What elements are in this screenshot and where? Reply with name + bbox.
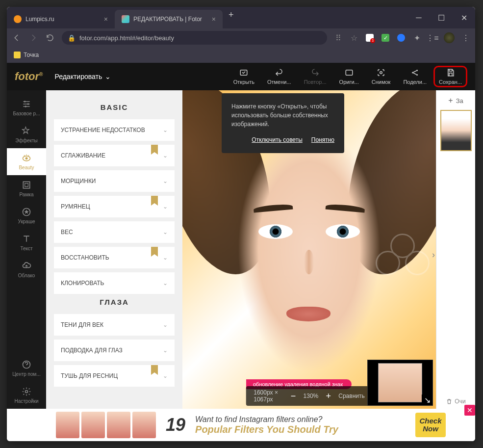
image-thumbnail[interactable]: [440, 110, 472, 151]
fotor-logo[interactable]: fotor®: [15, 70, 43, 83]
panel-item-blemish[interactable]: УСТРАНЕНИЕ НЕДОСТАТКОВ⌄: [54, 119, 175, 141]
extension-icon[interactable]: 3: [365, 33, 374, 42]
browser-tab-1[interactable]: Lumpics.ru ×: [7, 10, 115, 28]
canvas-dimensions: 1600px × 1067px: [254, 389, 283, 403]
url-input[interactable]: 🔒 fotor.com/app.html#/editor/beauty: [62, 31, 327, 45]
translate-icon[interactable]: ⠿: [334, 33, 343, 42]
zoom-in-button[interactable]: +: [325, 391, 331, 401]
panel-item-blush[interactable]: РУМЯНЕЦ⌄: [54, 196, 175, 217]
tab-title: РЕДАКТИРОВАТЬ | Fotor: [133, 16, 202, 23]
extension-icon[interactable]: ✓: [381, 33, 390, 42]
panel-item-eyeshadow[interactable]: ТЕНИ ДЛЯ ВЕК⌄: [54, 314, 175, 336]
panel-item-wrinkles[interactable]: МОРЩИНКИ⌄: [54, 170, 175, 192]
svg-point-3: [412, 72, 413, 74]
svg-rect-12: [25, 184, 28, 187]
premium-badge-icon: [151, 145, 158, 155]
sidebar-item-stickers[interactable]: Украше: [7, 202, 46, 229]
minimize-button[interactable]: ─: [407, 7, 430, 28]
maximize-button[interactable]: ☐: [430, 7, 453, 28]
bookmark-item[interactable]: Точка: [24, 52, 39, 58]
undo-button[interactable]: Отмени...: [261, 66, 297, 87]
canvas-status-bar: 1600px × 1067px − 130% + Сравнить: [246, 386, 373, 406]
folder-icon: [14, 52, 21, 58]
panel-item-restore[interactable]: ВОССТАНОВИТЬ⌄: [54, 247, 175, 268]
compare-button[interactable]: Сравнить: [338, 393, 364, 399]
chevron-down-icon: ⌄: [105, 73, 111, 80]
svg-point-7: [27, 103, 29, 105]
chevron-down-icon: ⌄: [163, 372, 168, 379]
svg-point-4: [416, 70, 418, 71]
section-title-basic: BASIC: [54, 103, 175, 111]
profile-avatar[interactable]: [444, 32, 455, 43]
browser-tab-2[interactable]: РЕДАКТИРОВАТЬ | Fotor ×: [115, 10, 223, 28]
chevron-down-icon: ⌄: [163, 203, 168, 210]
chevron-down-icon: ⌄: [163, 229, 168, 236]
chevron-down-icon: ⌄: [163, 280, 168, 287]
bookmarks-bar: Точка: [7, 47, 475, 63]
svg-point-10: [25, 157, 28, 159]
clear-button[interactable]: Очи: [446, 398, 465, 405]
close-window-button[interactable]: ✕: [453, 7, 475, 28]
panel-item-weight[interactable]: ВЕС⌄: [54, 221, 175, 243]
mode-dropdown[interactable]: Редактировать ⌄: [54, 73, 111, 80]
minimap[interactable]: ↘: [367, 360, 433, 406]
save-button[interactable]: Сохран...: [433, 66, 467, 87]
close-tab-icon[interactable]: ×: [104, 15, 108, 23]
share-button[interactable]: Подели...: [397, 66, 432, 87]
minimap-thumbnail: [378, 363, 422, 402]
redo-button[interactable]: Повтор...: [298, 66, 332, 87]
sidebar-item-frame[interactable]: Рамка: [7, 175, 46, 202]
menu-button[interactable]: ⋮: [461, 33, 470, 42]
upload-button[interactable]: +За: [448, 96, 463, 105]
favicon: [14, 15, 22, 23]
chevron-down-icon: ⌄: [163, 254, 168, 261]
left-sidebar: Базовое р... Эффекты Beauty Рамка Украше…: [7, 90, 46, 409]
zoom-out-button[interactable]: −: [290, 391, 297, 401]
panel-item-eyeliner[interactable]: ПОДВОДКА ДЛЯ ГЛАЗ⌄: [54, 340, 175, 361]
beauty-panel: BASIC УСТРАНЕНИЕ НЕДОСТАТКОВ⌄ СГЛАЖИВАНИ…: [46, 90, 182, 409]
canvas[interactable]: Нажмите кнопку «Открыть», чтобы использо…: [182, 90, 436, 409]
ok-button[interactable]: Понятно: [311, 135, 334, 144]
minimap-collapse-button[interactable]: ↘: [422, 395, 432, 405]
extension-icon[interactable]: [397, 33, 406, 42]
sidebar-item-basic[interactable]: Базовое р...: [7, 94, 46, 121]
ad-cta-button[interactable]: CheckNow: [415, 413, 446, 437]
original-button[interactable]: Ориги...: [333, 66, 365, 87]
svg-point-8: [25, 105, 26, 107]
chevron-down-icon: ⌄: [163, 152, 168, 159]
ad-subhead: Popular Filters You Should Try: [195, 424, 415, 435]
panel-collapse-button[interactable]: ›: [432, 250, 435, 260]
ad-thumbnails: [56, 412, 156, 438]
panel-item-mascara[interactable]: ТУШЬ ДЛЯ РЕСНИЦ⌄: [54, 365, 175, 387]
ad-banner[interactable]: 19 Want to find Instagram filters online…: [7, 409, 475, 441]
section-title-eyes: ГЛАЗА: [54, 298, 175, 306]
star-icon[interactable]: ☆: [350, 33, 358, 42]
panel-item-clone[interactable]: КЛОНИРОВАТЬ⌄: [54, 272, 175, 294]
panel-item-smoothing[interactable]: СГЛАЖИВАНИЕ⌄: [54, 145, 175, 166]
tab-title: Lumpics.ru: [25, 16, 54, 23]
sidebar-item-help[interactable]: Центр пом...: [7, 355, 46, 382]
ad-close-button[interactable]: ✕: [464, 405, 475, 416]
open-button[interactable]: Открыть: [228, 66, 260, 87]
right-panel: +За Очи: [436, 90, 475, 409]
help-tooltip: Нажмите кнопку «Открыть», чтобы использо…: [222, 93, 344, 153]
sidebar-item-beauty[interactable]: Beauty: [7, 148, 46, 175]
reload-button[interactable]: [45, 33, 55, 42]
sidebar-item-settings[interactable]: Настройки: [7, 382, 46, 409]
svg-rect-11: [23, 182, 29, 188]
svg-point-6: [24, 101, 25, 102]
snapshot-button[interactable]: Снимок: [366, 66, 397, 87]
svg-point-15: [25, 391, 28, 393]
lock-icon: 🔒: [68, 34, 76, 42]
disable-tips-link[interactable]: Отключить советы: [252, 135, 302, 144]
sidebar-item-cloud[interactable]: Облако: [7, 256, 46, 283]
extensions-button[interactable]: ✦: [412, 33, 421, 42]
sidebar-item-text[interactable]: Текст: [7, 229, 46, 256]
forward-button[interactable]: [28, 33, 38, 42]
sidebar-item-effects[interactable]: Эффекты: [7, 121, 46, 148]
new-tab-button[interactable]: +: [223, 10, 240, 28]
close-tab-icon[interactable]: ×: [212, 15, 216, 23]
tooltip-text: Нажмите кнопку «Открыть», чтобы использо…: [231, 102, 334, 129]
reading-list-icon[interactable]: ⋮≡: [428, 33, 437, 42]
back-button[interactable]: [12, 33, 22, 42]
